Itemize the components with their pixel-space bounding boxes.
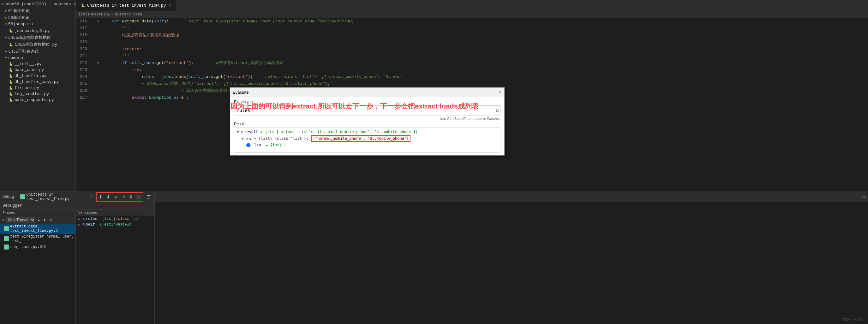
sidebar-item-root[interactable]: code58 [code3738] - sources root bbox=[0, 1, 75, 7]
main-area: code58 [code3738] - sources root 01基础知识 … bbox=[0, 0, 868, 192]
result-expand-1[interactable]: ▶ bbox=[242, 137, 244, 141]
debug-btn-stop[interactable]: ⬛ bbox=[135, 193, 142, 200]
sidebar-label-db: db_handler.py bbox=[14, 73, 46, 78]
frame-label-2: run, case.py:615 bbox=[10, 245, 46, 249]
eq-224: = bbox=[154, 73, 161, 80]
sidebar-item-log[interactable]: 🐍 log_handler.py bbox=[0, 91, 75, 97]
debug-btn-resume[interactable]: ⬆ bbox=[128, 193, 134, 200]
copy-expression-button[interactable]: ⧉ bbox=[496, 108, 499, 113]
thread-up[interactable]: ▲ bbox=[36, 217, 41, 222]
close-224: )) bbox=[248, 73, 253, 80]
result-key-0: result bbox=[244, 130, 258, 134]
settings-icon[interactable]: ⚙ bbox=[862, 194, 866, 200]
debug-btn-into[interactable]: ↙ bbox=[113, 193, 119, 200]
line-num-222: 222 bbox=[76, 60, 91, 67]
folder-closed-icon bbox=[5, 50, 7, 53]
frame-row-1[interactable]: 🐍 test_01register_normal_user, test_ bbox=[0, 234, 75, 244]
paren2-222: ): bbox=[188, 60, 193, 67]
breadcrumb-part-0: TestInvestFlow bbox=[78, 12, 110, 17]
sidebar-item-make-requests[interactable]: 🐍 make_requests.py bbox=[0, 97, 75, 103]
frames-panel: Frames ↕ ≡ MainThread ▲ ▼ ⊞ bbox=[0, 209, 76, 324]
sidebar-item-db[interactable]: 🐍 db_handler.py bbox=[0, 73, 75, 79]
sidebar-label-01: 01基础知识 bbox=[8, 8, 30, 13]
str-218: 根据提取表达式提取对应的数据 bbox=[102, 32, 179, 39]
comment-222: #如果有extract,则执行下面的语句 bbox=[206, 60, 283, 67]
fold-arrow-216[interactable]: ▼ bbox=[97, 20, 99, 23]
comment-216: self: test_01register_normal_user (test_… bbox=[182, 18, 354, 25]
frame-icon-0: 🐍 bbox=[4, 226, 9, 231]
breadcrumb-sep: › bbox=[112, 12, 114, 17]
annotation-label: 因为上面的可以得到extract,所以可以走下一步，下一步会把extract l… bbox=[230, 102, 479, 110]
frame-label-1: test_01register_normal_user, test_ bbox=[10, 234, 74, 243]
sidebar-label-5455: 5455动态提取参数槽位 bbox=[8, 35, 51, 40]
result-key-2: _len_ bbox=[252, 143, 264, 147]
line-num-218: 218 bbox=[76, 32, 91, 39]
result-highlight-value-1: ['normal_mobile_phone', '$..mobile_phone… bbox=[311, 135, 410, 142]
thread-dropdown[interactable]: MainThread bbox=[6, 217, 35, 223]
var-expand-0[interactable]: ▶ bbox=[78, 217, 81, 221]
code-line-224: rules = json.loads(self._case.get('extra… bbox=[102, 73, 868, 80]
frames-expand-icon[interactable]: ⊞ bbox=[50, 218, 52, 222]
frames-sort-icon[interactable]: ↕ bbox=[71, 211, 73, 215]
watermark: CSDN @XuY2 bbox=[842, 318, 863, 322]
py-file-icon: 🐍 bbox=[9, 68, 13, 72]
sidebar-item-1dynamic[interactable]: 🐍 1动态提取参数槽位.py bbox=[0, 41, 75, 48]
sidebar-item-init[interactable]: 🐍 __init__.py bbox=[0, 61, 75, 67]
vars-sort-icon[interactable]: ↕ bbox=[150, 211, 152, 215]
annotation-text: 因为上面的可以得到extract,所以可以走下一步，下一步会把extract l… bbox=[230, 102, 479, 111]
fold-row-225 bbox=[95, 80, 100, 87]
debug-file-tab[interactable]: 🐍 Unittests in test_invest_flow.py × bbox=[20, 192, 95, 201]
sidebar-item-01[interactable]: 01基础知识 bbox=[0, 7, 75, 14]
fold-arrow-222[interactable]: ▼ bbox=[97, 62, 99, 65]
vars-panel: Variables ↕ ▶ ≡ rules = {list} <class 'l… bbox=[76, 209, 154, 324]
var-val-0: <class 'li bbox=[116, 217, 138, 221]
self: self bbox=[154, 18, 164, 25]
dot-224: . bbox=[171, 73, 174, 80]
tab-bar: 🐍 Unittests in test_invest_flow.py × bbox=[76, 0, 868, 11]
sidebar-item-fixture[interactable]: 🐍 fixture.py bbox=[0, 85, 75, 91]
debug-tab-close[interactable]: × bbox=[90, 195, 92, 199]
thread-down[interactable]: ▼ bbox=[42, 217, 47, 222]
tab-close-button[interactable]: × bbox=[168, 3, 171, 8]
line-num-225: 225 bbox=[76, 80, 91, 87]
fold-row-217 bbox=[95, 25, 100, 32]
sidebar-item-58[interactable]: 58jsonpath bbox=[0, 21, 75, 27]
colon-223: : bbox=[139, 67, 142, 73]
loads-method: loads bbox=[174, 73, 186, 80]
sidebar-item-common[interactable]: common bbox=[0, 55, 75, 61]
debug-btn-down[interactable]: ⬇ bbox=[105, 193, 112, 200]
bottom-panel: Debug: 🐍 Unittests in test_invest_flow.p… bbox=[0, 192, 868, 324]
kw-as: as bbox=[174, 94, 179, 101]
json-builtin: json bbox=[161, 73, 171, 80]
debug-file-label: Unittests in test_invest_flow.py bbox=[26, 192, 88, 201]
debug-btn-up[interactable]: ⬆ bbox=[97, 193, 104, 200]
sidebar-item-5455regex[interactable]: 5455正则表达式 bbox=[0, 48, 75, 55]
sidebar-label-58: 58jsonpath bbox=[8, 22, 33, 27]
sidebar-label-fixture: fixture.py bbox=[14, 86, 39, 90]
frame-label-0: extract_data, test_invest_flow.py:2 bbox=[10, 224, 73, 233]
var-icon-1: ≡ bbox=[83, 222, 85, 227]
sidebar-item-5455[interactable]: 5455动态提取参数槽位 bbox=[0, 34, 75, 41]
sidebar-item-jsonpath[interactable]: 🐍 jsonpath运用.py bbox=[0, 27, 75, 34]
var-row-1[interactable]: ▶ ≡ self = {TestInvestFlo bbox=[76, 222, 154, 227]
sidebar-item-53[interactable]: 53基础知识 bbox=[0, 14, 75, 21]
debug-toolbar: Debug: 🐍 Unittests in test_invest_flow.p… bbox=[0, 192, 154, 202]
sidebar-root-label: code58 [code3738] - sources root bbox=[4, 2, 76, 7]
var-expand-1[interactable]: ▶ bbox=[78, 223, 81, 227]
frame-row-2[interactable]: 🐍 run, case.py:615 bbox=[0, 244, 75, 250]
debug-panel: Debug: 🐍 Unittests in test_invest_flow.p… bbox=[0, 192, 155, 324]
result-type-1: = {list} <class 'list'>: bbox=[252, 136, 311, 141]
tab-test-invest-flow[interactable]: 🐍 Unittests in test_invest_flow.py × bbox=[76, 0, 176, 11]
code-line-225: # 返回python对象，相当于'extract': '[["normal_mo… bbox=[102, 80, 868, 87]
sidebar-item-base-case[interactable]: 🐍 base_case.py bbox=[0, 67, 75, 73]
var-row-0[interactable]: ▶ ≡ rules = {list} <class 'li bbox=[76, 216, 154, 222]
dialog-close-button[interactable]: × bbox=[499, 90, 502, 95]
sidebar-item-db-easy[interactable]: 🐍 db_handler_easy.py bbox=[0, 79, 75, 85]
fold-row-219 bbox=[95, 39, 100, 46]
var-eq-1: = bbox=[96, 222, 98, 227]
result-expand-0[interactable]: ▼ bbox=[237, 130, 239, 134]
debug-btn-out[interactable]: ↗ bbox=[120, 193, 127, 200]
frame-row-0[interactable]: 🐍 extract_data, test_invest_flow.py:2 bbox=[0, 224, 75, 234]
code-line-221: ''' bbox=[102, 53, 868, 60]
debug-btn-table[interactable]: ☰ bbox=[146, 193, 152, 200]
